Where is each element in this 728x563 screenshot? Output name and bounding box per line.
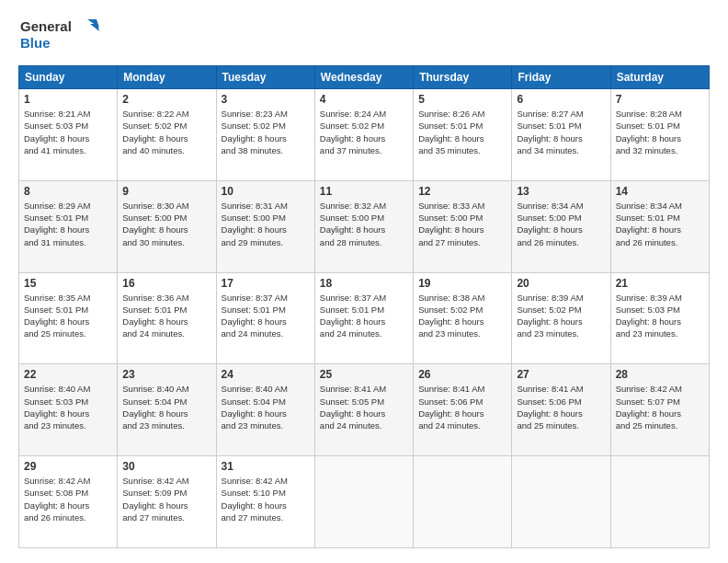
cell-line: Sunrise: 8:40 AM <box>122 383 210 395</box>
cell-line: Daylight: 8 hours <box>418 132 506 144</box>
weekday-header: Thursday <box>414 66 512 89</box>
cell-line: and 26 minutes. <box>616 236 704 248</box>
cell-line: Sunset: 5:04 PM <box>122 396 210 408</box>
cell-line: and 31 minutes. <box>24 236 112 248</box>
cell-content: Sunrise: 8:35 AMSunset: 5:01 PMDaylight:… <box>24 292 112 340</box>
calendar-cell: 28Sunrise: 8:42 AMSunset: 5:07 PMDayligh… <box>610 364 709 456</box>
calendar-cell: 1Sunrise: 8:21 AMSunset: 5:03 PMDaylight… <box>19 89 118 181</box>
cell-line: Sunrise: 8:27 AM <box>517 108 605 120</box>
calendar-cell: 30Sunrise: 8:42 AMSunset: 5:09 PMDayligh… <box>118 456 216 548</box>
cell-line: and 23 minutes. <box>616 327 704 339</box>
cell-line: Daylight: 8 hours <box>517 408 605 419</box>
cell-line: and 30 minutes. <box>122 236 210 248</box>
cell-line: Sunrise: 8:35 AM <box>24 292 112 304</box>
calendar-cell: 5Sunrise: 8:26 AMSunset: 5:01 PMDaylight… <box>414 89 512 181</box>
day-number: 6 <box>517 93 605 106</box>
calendar-cell: 26Sunrise: 8:41 AMSunset: 5:06 PMDayligh… <box>414 364 512 456</box>
day-number: 24 <box>222 368 310 381</box>
cell-line: and 24 minutes. <box>222 327 310 339</box>
svg-text:General: General <box>20 18 72 34</box>
day-number: 10 <box>222 185 310 198</box>
day-number: 19 <box>418 277 506 290</box>
calendar-cell: 10Sunrise: 8:31 AMSunset: 5:00 PMDayligh… <box>216 180 314 272</box>
cell-line: Daylight: 8 hours <box>320 408 408 419</box>
cell-line: and 40 minutes. <box>122 144 210 156</box>
cell-line: Daylight: 8 hours <box>418 224 506 236</box>
calendar-row: 29Sunrise: 8:42 AMSunset: 5:08 PMDayligh… <box>19 456 710 548</box>
cell-line: Daylight: 8 hours <box>24 408 112 419</box>
cell-content: Sunrise: 8:27 AMSunset: 5:01 PMDaylight:… <box>517 108 605 156</box>
day-number: 21 <box>616 277 704 290</box>
cell-line: Sunrise: 8:42 AM <box>24 475 112 487</box>
cell-content: Sunrise: 8:40 AMSunset: 5:04 PMDaylight:… <box>122 383 210 431</box>
calendar-cell: 2Sunrise: 8:22 AMSunset: 5:02 PMDaylight… <box>118 89 216 181</box>
calendar-cell: 8Sunrise: 8:29 AMSunset: 5:01 PMDaylight… <box>19 180 118 272</box>
calendar-cell: 9Sunrise: 8:30 AMSunset: 5:00 PMDaylight… <box>118 180 216 272</box>
cell-line: Daylight: 8 hours <box>320 132 408 144</box>
cell-line: Daylight: 8 hours <box>122 224 210 236</box>
cell-line: and 37 minutes. <box>320 144 408 156</box>
cell-line: Sunrise: 8:28 AM <box>616 108 704 120</box>
weekday-header: Monday <box>118 66 216 89</box>
cell-line: Daylight: 8 hours <box>222 408 310 419</box>
cell-line: and 25 minutes. <box>616 419 704 431</box>
cell-line: and 25 minutes. <box>517 419 605 431</box>
cell-content: Sunrise: 8:42 AMSunset: 5:09 PMDaylight:… <box>122 475 210 523</box>
cell-line: Sunset: 5:01 PM <box>616 120 704 132</box>
calendar-cell: 3Sunrise: 8:23 AMSunset: 5:02 PMDaylight… <box>216 89 314 181</box>
cell-line: Sunrise: 8:40 AM <box>222 383 310 395</box>
cell-line: Daylight: 8 hours <box>222 132 310 144</box>
cell-line: Daylight: 8 hours <box>418 408 506 419</box>
day-number: 12 <box>418 185 506 198</box>
cell-line: and 27 minutes. <box>418 236 506 248</box>
cell-line: and 27 minutes. <box>122 511 210 523</box>
cell-content: Sunrise: 8:38 AMSunset: 5:02 PMDaylight:… <box>418 292 506 340</box>
cell-line: and 35 minutes. <box>418 144 506 156</box>
cell-line: and 23 minutes. <box>222 419 310 431</box>
cell-line: Daylight: 8 hours <box>517 224 605 236</box>
cell-line: Sunrise: 8:39 AM <box>517 292 605 304</box>
cell-line: Sunrise: 8:24 AM <box>320 108 408 120</box>
day-number: 22 <box>24 368 112 381</box>
cell-line: Sunset: 5:04 PM <box>222 396 310 408</box>
calendar-cell: 7Sunrise: 8:28 AMSunset: 5:01 PMDaylight… <box>610 89 709 181</box>
svg-text:Blue: Blue <box>20 35 51 51</box>
cell-line: Sunrise: 8:39 AM <box>616 292 704 304</box>
cell-line: Sunrise: 8:42 AM <box>122 475 210 487</box>
calendar-cell: 6Sunrise: 8:27 AMSunset: 5:01 PMDaylight… <box>512 89 610 181</box>
cell-line: Sunset: 5:02 PM <box>517 304 605 316</box>
day-number: 27 <box>517 368 605 381</box>
cell-line: Daylight: 8 hours <box>24 132 112 144</box>
cell-line: Daylight: 8 hours <box>24 500 112 511</box>
day-number: 26 <box>418 368 506 381</box>
cell-line: Sunset: 5:02 PM <box>418 304 506 316</box>
calendar-cell <box>512 456 610 548</box>
cell-content: Sunrise: 8:37 AMSunset: 5:01 PMDaylight:… <box>320 292 408 340</box>
day-number: 16 <box>122 277 210 290</box>
cell-content: Sunrise: 8:40 AMSunset: 5:03 PMDaylight:… <box>24 383 112 431</box>
cell-content: Sunrise: 8:40 AMSunset: 5:04 PMDaylight:… <box>222 383 310 431</box>
day-number: 25 <box>320 368 408 381</box>
cell-content: Sunrise: 8:32 AMSunset: 5:00 PMDaylight:… <box>320 200 408 248</box>
day-number: 17 <box>222 277 310 290</box>
cell-content: Sunrise: 8:28 AMSunset: 5:01 PMDaylight:… <box>616 108 704 156</box>
cell-line: Sunset: 5:00 PM <box>222 212 310 224</box>
cell-line: Daylight: 8 hours <box>122 316 210 327</box>
cell-line: Sunset: 5:00 PM <box>517 212 605 224</box>
cell-line: Sunrise: 8:32 AM <box>320 200 408 212</box>
calendar-cell: 16Sunrise: 8:36 AMSunset: 5:01 PMDayligh… <box>118 272 216 364</box>
calendar-cell: 13Sunrise: 8:34 AMSunset: 5:00 PMDayligh… <box>512 180 610 272</box>
cell-line: Sunrise: 8:34 AM <box>616 200 704 212</box>
day-number: 28 <box>616 368 704 381</box>
cell-content: Sunrise: 8:42 AMSunset: 5:07 PMDaylight:… <box>616 383 704 431</box>
cell-line: Sunset: 5:01 PM <box>320 304 408 316</box>
cell-line: Daylight: 8 hours <box>24 224 112 236</box>
cell-line: Daylight: 8 hours <box>616 408 704 419</box>
calendar-cell <box>610 456 709 548</box>
cell-line: Daylight: 8 hours <box>222 316 310 327</box>
cell-line: Sunset: 5:02 PM <box>222 120 310 132</box>
cell-line: Sunset: 5:01 PM <box>222 304 310 316</box>
cell-line: Sunrise: 8:29 AM <box>24 200 112 212</box>
cell-line: Sunset: 5:10 PM <box>222 487 310 499</box>
cell-content: Sunrise: 8:23 AMSunset: 5:02 PMDaylight:… <box>222 108 310 156</box>
